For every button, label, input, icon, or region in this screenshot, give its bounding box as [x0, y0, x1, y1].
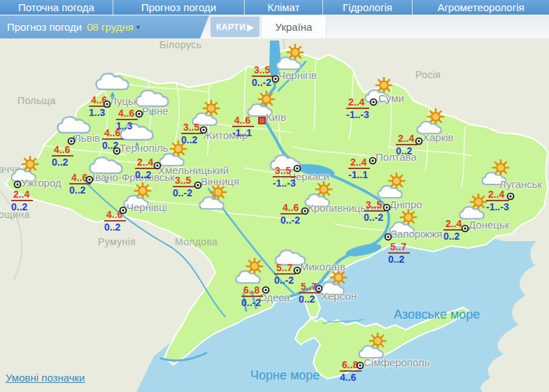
city-marker[interactable]: [315, 284, 323, 293]
temp-day: 3..5: [252, 65, 273, 77]
temp-day: 4..6: [52, 145, 73, 157]
temperature: 2..4-1..1: [348, 157, 370, 181]
temp-day: 2..4: [486, 189, 509, 201]
city-marker[interactable]: [119, 206, 127, 215]
city-marker[interactable]: [113, 147, 121, 155]
city-name[interactable]: Дніпро: [390, 198, 422, 210]
capital-marker[interactable]: [258, 117, 266, 124]
date-label: 08 грудня: [87, 21, 134, 33]
maps-button[interactable]: КАРТИ ▶: [211, 17, 259, 37]
city-name[interactable]: Суми: [378, 92, 404, 104]
city-marker[interactable]: [199, 126, 208, 134]
city-name[interactable]: Тернопіль: [120, 142, 169, 154]
city-name[interactable]: Київ: [266, 111, 286, 123]
temperature: 2..4-1..-3: [346, 97, 369, 121]
temp-day: 3..5: [273, 166, 296, 177]
temp-night: 4..6: [340, 372, 362, 383]
temp-day: 4..6: [232, 115, 254, 127]
city-name[interactable]: Луганськ: [499, 178, 542, 190]
nav-tab-climate[interactable]: Клімат: [245, 0, 323, 15]
nav-tab-current-weather[interactable]: Поточна погода: [0, 0, 113, 15]
main-nav: Поточна погода Прогноз погоди Клімат Гід…: [0, 0, 549, 15]
city-marker[interactable]: [356, 361, 364, 370]
city-marker[interactable]: [194, 181, 202, 189]
city-marker[interactable]: [153, 161, 162, 170]
tab-ukraine[interactable]: Україна: [261, 15, 327, 38]
temp-night: 0..2: [396, 145, 418, 157]
temperature: 3..50..-2: [252, 65, 273, 89]
maps-button-label: КАРТИ: [216, 22, 245, 32]
temp-night: 0..-2: [274, 275, 296, 286]
city-marker[interactable]: [67, 137, 76, 145]
city-name[interactable]: Херсон: [321, 290, 357, 302]
temp-night: 0..-2: [252, 77, 273, 88]
city-marker[interactable]: [415, 137, 423, 145]
legend-link[interactable]: Умовні позначки: [6, 372, 85, 384]
country-label: Польща: [17, 95, 56, 106]
temp-night: 0..2: [52, 157, 73, 168]
country-label: Румунія: [98, 236, 136, 247]
forecast-section: Прогноз погоди 08 грудня ▾: [0, 15, 209, 38]
temp-night: 0..2: [69, 184, 91, 196]
temperature: 3..5-1..-3: [273, 166, 296, 189]
temp-night: -1..-3: [346, 109, 369, 120]
city-marker[interactable]: [271, 75, 280, 83]
city-marker[interactable]: [293, 266, 301, 275]
city-name[interactable]: Чернігів: [278, 69, 317, 81]
date-dropdown[interactable]: 08 грудня ▾: [87, 21, 140, 33]
temp-night: 0..-2: [280, 215, 302, 226]
chevron-down-icon: ▾: [136, 24, 140, 31]
temp-day: 5..7: [388, 242, 410, 254]
nav-tab-hydrology[interactable]: Гідрологія: [323, 0, 413, 15]
city-name[interactable]: Донецьк: [469, 219, 509, 231]
city-marker[interactable]: [13, 180, 22, 189]
city-marker[interactable]: [369, 98, 378, 106]
sea-label: Азовське море: [394, 307, 480, 322]
sub-nav: Прогноз погоди 08 грудня ▾ КАРТИ ▶ Украї…: [0, 15, 549, 38]
nav-tab-agrometeorology[interactable]: Агрометеорологія: [413, 0, 549, 15]
city-name[interactable]: Вінниця: [201, 175, 239, 187]
city-marker[interactable]: [384, 233, 392, 241]
city-name[interactable]: Миколаїв: [300, 261, 345, 273]
city-marker[interactable]: [293, 164, 301, 173]
temp-night: 0..2: [135, 169, 157, 180]
city-marker[interactable]: [461, 224, 469, 233]
city-marker[interactable]: [85, 175, 94, 184]
temp-night: 0..2: [181, 134, 203, 145]
temp-night: 0..2: [11, 201, 33, 212]
city-name[interactable]: Львів: [74, 132, 100, 144]
city-name[interactable]: Сімферополь: [364, 356, 430, 368]
city-marker[interactable]: [506, 192, 515, 201]
city-name[interactable]: Запоріжжя: [391, 228, 443, 240]
city-marker[interactable]: [301, 207, 309, 215]
city-marker[interactable]: [103, 100, 111, 108]
partly-cloudy-icon: [376, 173, 408, 202]
city-marker[interactable]: [262, 286, 270, 294]
temp-night: 0..-2: [241, 297, 263, 308]
temp-day: 2..4: [346, 97, 369, 109]
city-name[interactable]: Чернівці: [127, 201, 167, 213]
country-label: Білорусь: [159, 39, 201, 50]
city-marker[interactable]: [383, 203, 391, 212]
temp-day: 4..6: [102, 128, 124, 140]
temp-night: -1..1: [348, 169, 370, 180]
temperature: 4..60..2: [52, 145, 73, 168]
temp-night: 0..2: [388, 254, 410, 265]
city-name[interactable]: Харків: [422, 131, 454, 143]
city-name[interactable]: Рівне: [142, 105, 169, 117]
city-marker[interactable]: [369, 157, 377, 165]
country-label: Молдова: [175, 236, 218, 247]
temperature: 5..70..2: [388, 242, 410, 266]
city-name[interactable]: Івано-Франківськ: [92, 171, 175, 183]
weather-app: Поточна погода Прогноз погоди Клімат Гід…: [0, 0, 549, 392]
city-name[interactable]: Луцьк: [110, 95, 138, 107]
partly-cloudy-icon: [234, 258, 266, 287]
temperature: 4..6-1..1: [232, 115, 254, 139]
temp-night: 1..3: [89, 107, 110, 118]
city-marker[interactable]: [135, 110, 143, 118]
temperature: 6..80..-2: [241, 285, 263, 309]
temp-day: 6..8: [241, 285, 263, 297]
city-name[interactable]: Ужгород: [21, 177, 62, 189]
nav-tab-forecast[interactable]: Прогноз погоди: [113, 0, 245, 15]
temp-night: -1..-3: [486, 201, 509, 212]
